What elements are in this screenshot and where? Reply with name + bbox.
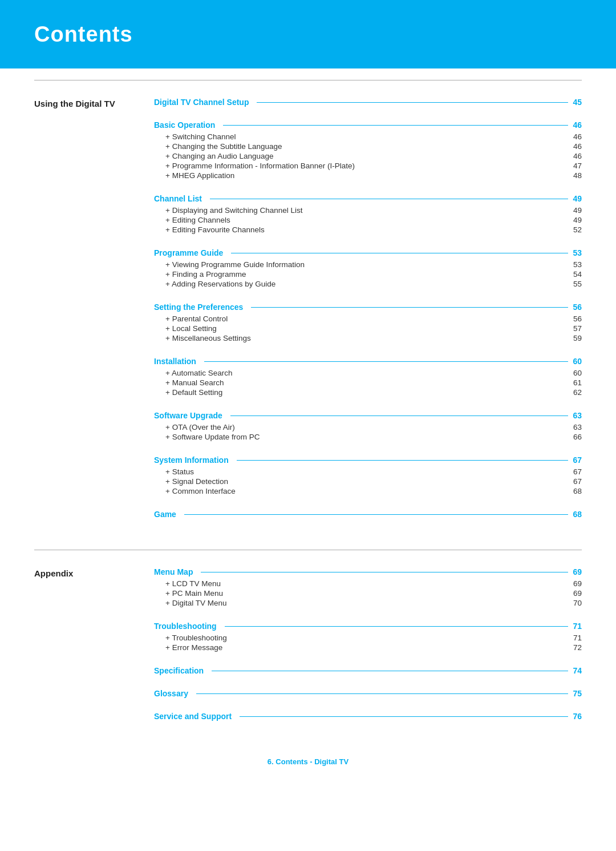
toc-item-label-0-4-2: + Miscellaneous Settings [154, 334, 251, 342]
toc-item-0-7-1: + Signal Detection67 [154, 477, 582, 486]
toc-item-label-0-1-1: + Changing the Subtitle Language [154, 142, 282, 151]
toc-item-label-0-7-0: + Status [154, 467, 194, 476]
toc-item-page-0-1-2: 46 [568, 152, 582, 160]
toc-header-page-0-0: 45 [573, 98, 582, 107]
toc-header-line-0-2 [210, 199, 568, 199]
toc-group-0-4: Setting the Preferences56+ Parental Cont… [154, 303, 582, 343]
toc-item-0-3-0: + Viewing Programme Guide Information53 [154, 260, 582, 269]
toc-group-0-0: Digital TV Channel Setup45 [154, 98, 582, 107]
toc-header-label-0-4: Setting the Preferences [154, 303, 243, 312]
toc-header-line-0-1 [223, 125, 568, 126]
toc-item-1-0-1: + PC Main Menu69 [154, 588, 582, 598]
toc-header-line-1-3 [196, 693, 568, 694]
toc-group-1-1: Troubleshooting71+ Troubleshooting71+ Er… [154, 622, 582, 652]
toc-item-page-0-4-2: 59 [568, 334, 582, 342]
toc-item-1-0-2: + Digital TV Menu70 [154, 598, 582, 608]
toc-group-0-1: Basic Operation46+ Switching Channel46+ … [154, 120, 582, 180]
toc-item-page-0-6-0: 63 [568, 423, 582, 431]
toc-header-label-1-4: Service and Support [154, 712, 232, 721]
toc-header-label-1-2: Specification [154, 666, 204, 675]
toc-item-label-0-7-2: + Common Interface [154, 487, 236, 495]
toc-header-page-1-2: 74 [573, 666, 582, 675]
toc-item-label-0-2-1: + Editing Channels [154, 216, 230, 224]
toc-item-0-4-1: + Local Setting57 [154, 324, 582, 333]
toc-item-0-5-2: + Default Setting62 [154, 388, 582, 397]
toc-item-label-0-5-0: + Automatic Search [154, 369, 232, 377]
toc-item-page-0-2-2: 52 [568, 225, 582, 234]
toc-item-0-4-2: + Miscellaneous Settings59 [154, 333, 582, 343]
toc-item-page-1-0-0: 69 [568, 579, 582, 588]
toc-group-0-3: Programme Guide53+ Viewing Programme Gui… [154, 248, 582, 289]
toc-header-line-0-3 [231, 253, 568, 253]
toc-item-0-6-1: + Software Update from PC66 [154, 432, 582, 442]
toc-item-page-0-5-1: 61 [568, 378, 582, 387]
toc-header-line-0-0 [257, 102, 568, 103]
section-label-0: Using the Digital TV [34, 98, 154, 533]
toc-item-label-0-7-1: + Signal Detection [154, 477, 228, 486]
toc-item-label-0-2-2: + Editing Favourite Channels [154, 225, 265, 234]
toc-header-0-8: Game68 [154, 510, 582, 519]
toc-group-1-2: Specification74 [154, 666, 582, 675]
toc-header-label-0-3: Programme Guide [154, 248, 223, 257]
toc-header-label-0-0: Digital TV Channel Setup [154, 98, 249, 107]
toc-group-0-5: Installation60+ Automatic Search60+ Manu… [154, 357, 582, 397]
toc-item-1-0-0: + LCD TV Menu69 [154, 579, 582, 588]
toc-item-0-5-1: + Manual Search61 [154, 378, 582, 388]
toc-item-page-1-1-0: 71 [568, 634, 582, 642]
toc-header-label-1-1: Troubleshooting [154, 622, 217, 631]
toc-item-0-1-4: + MHEG Application48 [154, 171, 582, 180]
toc-item-label-0-5-2: + Default Setting [154, 388, 222, 397]
toc-item-page-0-1-0: 46 [568, 132, 582, 141]
toc-header-line-0-5 [204, 361, 569, 362]
toc-item-page-1-1-1: 72 [568, 643, 582, 652]
toc-header-0-0: Digital TV Channel Setup45 [154, 98, 582, 107]
toc-item-0-4-0: + Parental Control56 [154, 314, 582, 324]
section-items-1: Menu Map69+ LCD TV Menu69+ PC Main Menu6… [154, 567, 582, 735]
toc-header-line-0-8 [184, 514, 569, 515]
toc-item-label-0-4-0: + Parental Control [154, 314, 228, 323]
toc-header-label-0-1: Basic Operation [154, 120, 215, 130]
toc-item-page-0-2-0: 49 [568, 206, 582, 215]
toc-group-1-3: Glossary75 [154, 689, 582, 698]
toc-item-page-0-7-0: 67 [568, 467, 582, 476]
section-label-1: Appendix [34, 567, 154, 735]
toc-header-line-0-4 [251, 307, 568, 308]
toc-item-page-0-4-0: 56 [568, 314, 582, 323]
toc-group-0-2: Channel List49+ Displaying and Switching… [154, 194, 582, 235]
toc-header-page-1-0: 69 [573, 567, 582, 576]
toc-item-page-0-1-3: 47 [568, 162, 582, 170]
toc-item-page-0-2-1: 49 [568, 216, 582, 224]
toc-header-label-0-6: Software Upgrade [154, 411, 222, 420]
toc-item-label-0-4-1: + Local Setting [154, 324, 217, 333]
toc-header-page-0-1: 46 [573, 120, 582, 130]
toc-header-page-1-3: 75 [573, 689, 582, 698]
toc-header-0-5: Installation60 [154, 357, 582, 366]
toc-header-page-0-4: 56 [573, 303, 582, 312]
toc-item-label-1-0-1: + PC Main Menu [154, 589, 223, 598]
toc-item-page-0-3-0: 53 [568, 260, 582, 269]
toc-item-page-0-7-2: 68 [568, 487, 582, 495]
toc-item-page-0-3-2: 55 [568, 280, 582, 288]
toc-header-0-3: Programme Guide53 [154, 248, 582, 257]
toc-header-page-1-4: 76 [573, 712, 582, 721]
toc-group-1-0: Menu Map69+ LCD TV Menu69+ PC Main Menu6… [154, 567, 582, 608]
toc-item-page-0-7-1: 67 [568, 477, 582, 486]
toc-header-label-1-0: Menu Map [154, 567, 193, 576]
toc-item-1-1-1: + Error Message72 [154, 643, 582, 652]
toc-item-label-0-3-2: + Adding Reservations by Guide [154, 280, 275, 288]
toc-header-line-1-1 [225, 626, 569, 627]
toc-item-0-2-2: + Editing Favourite Channels52 [154, 225, 582, 235]
toc-item-0-7-2: + Common Interface68 [154, 486, 582, 496]
toc-item-label-1-1-1: + Error Message [154, 643, 222, 652]
toc-item-label-0-1-2: + Changing an Audio Language [154, 152, 274, 160]
page-title: Contents [34, 22, 133, 47]
toc-item-0-7-0: + Status67 [154, 467, 582, 477]
toc-header-page-0-8: 68 [573, 510, 582, 519]
toc-header-page-1-1: 71 [573, 622, 582, 631]
toc-item-label-0-1-3: + Programme Information - Information Ba… [154, 162, 355, 170]
toc-header-label-0-2: Channel List [154, 194, 202, 203]
toc-item-label-1-0-0: + LCD TV Menu [154, 579, 221, 588]
toc-header-label-0-5: Installation [154, 357, 196, 366]
toc-item-label-0-5-1: + Manual Search [154, 378, 224, 387]
toc-item-label-0-1-0: + Switching Channel [154, 132, 236, 141]
